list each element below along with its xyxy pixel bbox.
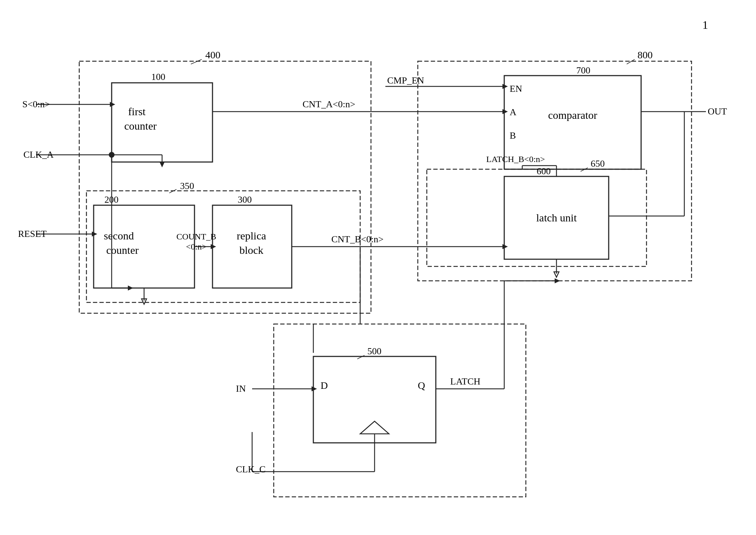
b-label: B bbox=[510, 130, 516, 141]
replica-block-ref: 300 bbox=[238, 194, 252, 205]
comparator-label: comparator bbox=[548, 109, 598, 121]
group-500-border bbox=[274, 324, 526, 497]
second-counter-label-line1: second bbox=[104, 230, 134, 242]
count-b-label: COUNT_B bbox=[176, 232, 216, 241]
page-number: 1 bbox=[702, 18, 708, 31]
cnt-a-label: CNT_A<0:n> bbox=[303, 99, 355, 109]
reset-label: RESET bbox=[18, 229, 47, 239]
latch-unit-ref: 600 bbox=[537, 166, 551, 176]
en-label: EN bbox=[510, 84, 522, 94]
group-400-leader bbox=[191, 59, 202, 64]
replica-block-label-line2: block bbox=[240, 244, 264, 256]
latch-unit-label: latch unit bbox=[536, 212, 577, 224]
first-counter-label-line1: first bbox=[128, 105, 146, 117]
cnt-b-label: CNT_B<0:n> bbox=[331, 234, 384, 244]
group-350-label: 350 bbox=[180, 181, 194, 191]
replica-block-label-line1: replica bbox=[237, 230, 266, 242]
group-650-label: 650 bbox=[591, 158, 605, 169]
latch-b-label: LATCH_B<0:n> bbox=[486, 154, 545, 164]
group-400-label: 400 bbox=[205, 49, 220, 60]
a-label: A bbox=[510, 107, 516, 117]
count-b-arrow bbox=[211, 244, 216, 249]
in-arrow bbox=[312, 386, 317, 391]
clk-a-sc-arrow bbox=[128, 286, 133, 291]
out-label: OUT bbox=[708, 106, 727, 117]
cmp-en-arrow bbox=[502, 84, 508, 89]
comparator-ref: 700 bbox=[576, 65, 590, 76]
cnt-a-arrow bbox=[502, 109, 508, 114]
group-800-border bbox=[418, 61, 692, 281]
latch-signal-label: LATCH bbox=[450, 376, 480, 387]
s-signal-label: S<0:n> bbox=[22, 99, 50, 109]
clk-c-label: CLK_C bbox=[236, 464, 265, 475]
second-counter-label-line2: counter bbox=[106, 244, 139, 256]
group-800-label: 800 bbox=[638, 49, 653, 60]
d-label: D bbox=[321, 380, 328, 391]
first-counter-ref: 100 bbox=[151, 72, 165, 82]
clock-triangle bbox=[360, 421, 389, 434]
cnt-b-arrow bbox=[502, 244, 508, 249]
group-350-leader bbox=[169, 189, 176, 193]
reset-arrow bbox=[92, 231, 97, 237]
latch-dq-box bbox=[313, 356, 436, 443]
q-label: Q bbox=[418, 380, 425, 391]
clk-a-fc-arrow bbox=[160, 162, 165, 167]
cmp-en-label: CMP_EN bbox=[387, 75, 424, 86]
first-counter-label-line2: counter bbox=[124, 120, 157, 132]
s-arrow bbox=[110, 102, 115, 107]
in-label: IN bbox=[236, 383, 246, 394]
clk-a-label: CLK_A bbox=[23, 149, 54, 160]
latch-dq-ref: 500 bbox=[367, 346, 381, 356]
latch-q-arrow bbox=[555, 278, 560, 283]
group-800-leader bbox=[627, 59, 635, 64]
